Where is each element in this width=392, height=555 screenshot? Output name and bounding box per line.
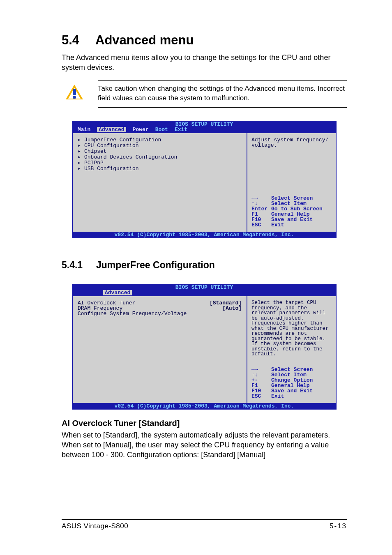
subsection-title: JumperFree Configuration: [96, 260, 215, 270]
page-footer: ASUS Vintage-S800 5-13: [62, 519, 347, 530]
bios-item: USB Configuration: [84, 166, 139, 171]
key-action: Exit: [271, 394, 332, 399]
triangle-right-icon: ▸: [78, 137, 84, 143]
bios-item: CPU Configuration: [84, 143, 139, 148]
triangle-right-icon: ▸: [78, 160, 84, 166]
bios-item: Onboard Devices Configuration: [84, 154, 177, 160]
subsection-number: 5.4.1: [62, 260, 96, 271]
bios-menu-advanced: Advanced: [97, 127, 126, 132]
key-label: ESC: [251, 222, 271, 228]
section-number: 5.4: [62, 33, 95, 48]
item-body: When set to [Standard], the system autom…: [62, 431, 347, 460]
bios-menu-power: Power: [133, 127, 155, 132]
caution-text: Take caution when changing the settings …: [98, 85, 345, 102]
bios-help-text: Select the target CPU frequency, and the…: [251, 300, 332, 357]
bios-copyright: v02.54 (C)Copyright 1985-2003, American …: [72, 232, 337, 238]
footer-left: ASUS Vintage-S800: [62, 522, 128, 530]
bios-field-name: Configure System Frequency/Voltage: [78, 311, 242, 316]
triangle-right-icon: ▸: [78, 143, 84, 148]
bios-menu-bar: Advanced: [72, 290, 337, 296]
item-heading: AI Overclock Tuner [Standard]: [62, 419, 347, 428]
bios-screenshot-1: BIOS SETUP UTILITY Main Advanced Power B…: [72, 121, 337, 238]
bios-field-value: [Auto]: [222, 306, 242, 311]
section-title: Advanced menu: [95, 33, 194, 47]
triangle-right-icon: ▸: [78, 166, 84, 171]
bios-key-legend: ←→Select Screen ↑↓Select Item +-Change O…: [251, 367, 332, 399]
bios-menu-main: Main: [78, 127, 97, 132]
footer-right: 5-13: [330, 522, 347, 530]
warning-icon: [66, 84, 83, 101]
bios-screenshot-2: BIOS SETUP UTILITY Advanced AI Overclock…: [72, 284, 337, 410]
caution-box: Take caution when changing the settings …: [98, 80, 347, 108]
bios-key-legend: ←→Select Screen ↑↓Select Item EnterGo to…: [251, 196, 332, 228]
subsection-heading: 5.4.1JumperFree Configuration: [62, 260, 347, 271]
bios-item: JumperFree Configuration: [84, 137, 161, 143]
bios-submenu-list: ▸JumperFree Configuration ▸CPU Configura…: [78, 137, 242, 171]
intro-paragraph: The Advanced menu items allow you to cha…: [62, 53, 347, 73]
bios-menu-bar: Main Advanced Power Boot Exit: [72, 127, 337, 133]
key-action: Exit: [271, 222, 332, 228]
triangle-right-icon: ▸: [78, 149, 84, 154]
bios-menu-boot: Boot: [155, 127, 175, 132]
bios-help-text: Adjust system frequency/ voltage.: [251, 137, 332, 178]
bios-item: Chipset: [84, 149, 107, 154]
section-heading: 5.4Advanced menu: [62, 33, 347, 48]
triangle-right-icon: ▸: [78, 154, 84, 160]
bios-menu-exit: Exit: [175, 127, 194, 132]
bios-item: PCIPnP: [84, 160, 104, 166]
bios-copyright: v02.54 (C)Copyright 1985-2003, American …: [72, 403, 337, 410]
bios-menu-advanced: Advanced: [103, 290, 132, 295]
key-label: ESC: [251, 394, 271, 399]
